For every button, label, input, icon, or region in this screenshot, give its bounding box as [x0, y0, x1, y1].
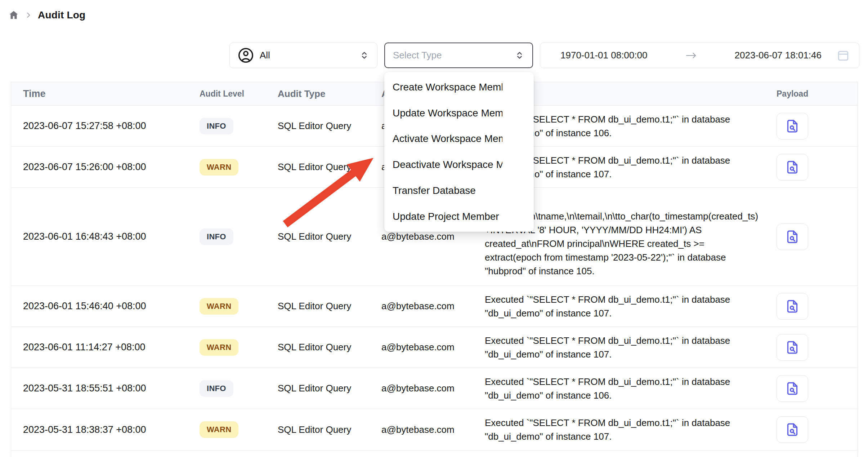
cell-comment: Executed `"SELECT * FROM db_ui_demo.t1;"… — [485, 293, 766, 320]
cell-time: 2023-06-01 11:14:27 +08:00 — [11, 342, 200, 353]
cell-time: 2023-05-31 18:38:37 +08:00 — [11, 424, 200, 435]
column-header-payload: Payload — [766, 89, 858, 99]
file-search-icon — [785, 160, 800, 174]
payload-detail-button[interactable] — [777, 416, 808, 443]
date-range-picker[interactable]: 1970-01-01 08:00:00 2023-06-07 18:01:46 — [540, 43, 859, 68]
file-search-icon — [785, 381, 800, 396]
cell-time: 2023-06-01 16:48:43 +08:00 — [11, 231, 200, 242]
table-row: 2023-06-01 15:46:40 +08:00 WARN SQL Edit… — [11, 286, 858, 327]
cell-audit-type: SQL Editor Query — [278, 120, 381, 132]
chevron-right-icon — [24, 11, 32, 19]
person-circle-icon — [238, 47, 254, 63]
cell-audit-level: INFO — [200, 380, 278, 397]
actor-filter-value: All — [260, 50, 354, 61]
cell-payload — [766, 113, 858, 139]
cell-time: 2023-06-01 15:46:40 +08:00 — [11, 301, 200, 312]
payload-detail-button[interactable] — [777, 113, 808, 139]
type-filter-select[interactable]: Select Type — [384, 43, 533, 68]
payload-detail-button[interactable] — [777, 293, 808, 320]
audit-level-badge: WARN — [200, 159, 238, 176]
arrow-right-icon — [647, 51, 734, 60]
payload-detail-button[interactable] — [777, 223, 808, 250]
payload-detail-button[interactable] — [777, 154, 808, 181]
audit-level-badge: INFO — [200, 118, 233, 134]
table-row: 2023-05-31 18:38:37 +08:00 WARN SQL Edit… — [11, 409, 858, 451]
dropdown-item-update-project-member-role[interactable]: Update Project Member Role — [384, 204, 534, 230]
cell-comment: Executed `"SELECT * FROM db_ui_demo.t1;"… — [485, 375, 766, 402]
cell-actor: a@bytebase.com — [381, 342, 485, 353]
cell-comment: Executed `"SELECT * FROM db_ui_demo.t1;"… — [485, 334, 766, 361]
cell-audit-level: WARN — [200, 339, 278, 356]
cell-audit-type: SQL Editor Query — [278, 231, 381, 242]
type-filter-placeholder: Select Type — [393, 50, 515, 61]
cell-payload — [766, 416, 858, 443]
cell-audit-level: WARN — [200, 298, 278, 315]
cell-audit-level: WARN — [200, 159, 278, 176]
cell-payload — [766, 154, 858, 181]
cell-audit-type: SQL Editor Query — [278, 424, 381, 435]
cell-comment: Executed `"SELECT * FROM db_ui_demo.t1;"… — [485, 416, 766, 443]
page-title: Audit Log — [38, 9, 85, 21]
cell-audit-level: INFO — [200, 118, 278, 134]
cell-actor: a@bytebase.com — [381, 231, 485, 242]
type-select-dropdown: Create Workspace Member Update Workspace… — [384, 72, 534, 232]
actor-filter-select[interactable]: All — [229, 43, 377, 68]
cell-payload — [766, 334, 858, 361]
cell-time: 2023-05-31 18:55:51 +08:00 — [11, 383, 200, 394]
file-search-icon — [785, 119, 800, 133]
cell-payload — [766, 375, 858, 402]
file-search-icon — [785, 230, 800, 244]
file-search-icon — [785, 299, 800, 314]
updown-chevrons-icon — [515, 50, 524, 60]
date-range-start: 1970-01-01 08:00:00 — [560, 50, 647, 61]
column-header-audit-level: Audit Level — [200, 89, 278, 99]
cell-audit-type: SQL Editor Query — [278, 342, 381, 353]
payload-detail-button[interactable] — [777, 334, 808, 361]
cell-audit-type: SQL Editor Query — [278, 383, 381, 394]
dropdown-item-activate-workspace-member[interactable]: Activate Workspace Member — [384, 126, 534, 152]
cell-audit-level: INFO — [200, 228, 278, 245]
breadcrumb: Audit Log — [8, 9, 85, 21]
cell-actor: a@bytebase.com — [381, 301, 485, 312]
dropdown-item-transfer-database[interactable]: Transfer Database — [384, 178, 534, 204]
cell-payload — [766, 293, 858, 320]
column-header-time: Time — [11, 88, 200, 99]
audit-level-badge: WARN — [200, 339, 238, 356]
updown-chevrons-icon — [359, 50, 369, 60]
cell-actor: a@bytebase.com — [381, 383, 485, 394]
cell-actor: a@bytebase.com — [381, 424, 485, 435]
audit-level-badge: INFO — [200, 228, 233, 245]
calendar-icon — [837, 49, 850, 62]
cell-audit-type: SQL Editor Query — [278, 161, 381, 173]
payload-detail-button[interactable] — [777, 375, 808, 402]
home-icon[interactable] — [8, 10, 19, 21]
dropdown-item-deactivate-workspace-member[interactable]: Deactivate Workspace Member — [384, 152, 534, 178]
dropdown-item-update-workspace-member[interactable]: Update Workspace Member — [384, 100, 534, 126]
date-range-end: 2023-06-07 18:01:46 — [735, 50, 822, 61]
table-row: 2023-06-01 11:14:27 +08:00 WARN SQL Edit… — [11, 327, 858, 368]
cell-payload — [766, 223, 858, 250]
cell-time: 2023-06-07 15:27:58 +08:00 — [11, 120, 200, 132]
file-search-icon — [785, 340, 800, 355]
file-search-icon — [785, 422, 800, 437]
filter-bar: All Select Type 1970-01-01 08:00:00 2023… — [229, 43, 859, 68]
cell-audit-level: WARN — [200, 421, 278, 438]
audit-level-badge: INFO — [200, 380, 233, 397]
cell-time: 2023-06-07 15:26:00 +08:00 — [11, 161, 200, 173]
table-row: 2023-05-31 18:55:51 +08:00 INFO SQL Edit… — [11, 368, 858, 409]
cell-audit-type: SQL Editor Query — [278, 301, 381, 312]
audit-level-badge: WARN — [200, 298, 238, 315]
column-header-audit-type: Audit Type — [278, 88, 381, 99]
audit-level-badge: WARN — [200, 421, 238, 438]
dropdown-item-create-workspace-member[interactable]: Create Workspace Member — [384, 74, 534, 100]
